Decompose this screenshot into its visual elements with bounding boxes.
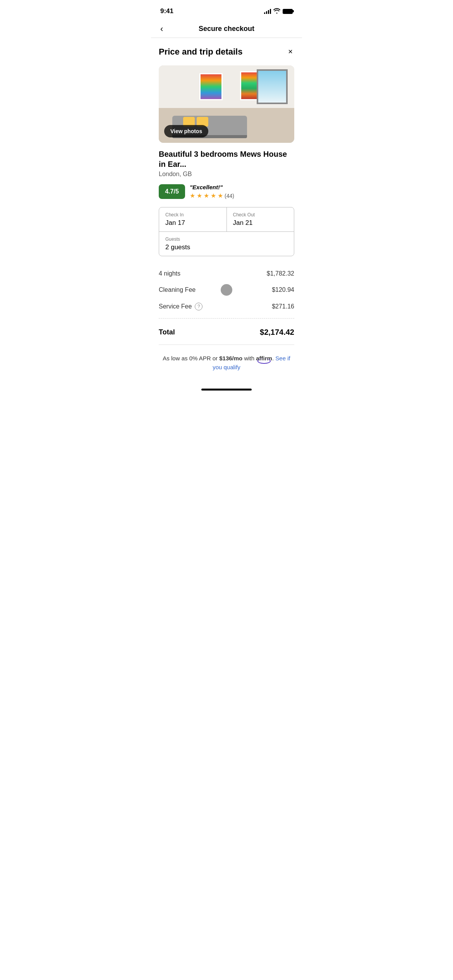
divider: [159, 318, 294, 319]
property-name: Beautiful 3 bedrooms Mews House in Ear..…: [159, 149, 294, 169]
service-fee-label: Service Fee ?: [159, 303, 202, 310]
affirm-section: As low as 0% APR or $136/mo with affirm.…: [159, 346, 294, 376]
affirm-brand: affirm: [256, 354, 272, 363]
property-image: View photos: [159, 65, 294, 143]
rating-detail: "Excellent!" ★ ★ ★ ★ ★ (44): [190, 184, 234, 199]
nights-label: 4 nights: [159, 270, 180, 277]
wifi-icon: [273, 8, 280, 15]
total-value: $2,174.42: [260, 328, 294, 337]
status-icons: [264, 8, 293, 15]
section-title: Price and trip details: [159, 47, 242, 57]
service-fee-row: Service Fee ? $271.16: [159, 298, 294, 315]
affirm-text2: with: [242, 355, 256, 362]
cleaning-fee-row: Cleaning Fee $120.94: [159, 282, 294, 298]
status-time: 9:41: [160, 7, 173, 15]
star-4: ★: [211, 192, 216, 199]
rating-row: 4.7/5 "Excellent!" ★ ★ ★ ★ ★ (44): [159, 184, 294, 199]
service-fee-value: $271.16: [272, 303, 294, 310]
home-indicator: [151, 384, 302, 394]
property-location: London, GB: [159, 171, 294, 178]
check-in-label: Check In: [165, 212, 220, 218]
header: ‹ Secure checkout: [151, 20, 302, 38]
signal-icon: [264, 9, 271, 14]
check-out-label: Check Out: [233, 212, 288, 218]
star-half: ★: [218, 192, 223, 199]
guests-value: 2 guests: [165, 243, 288, 251]
section-header: Price and trip details ×: [159, 46, 294, 58]
total-row: Total $2,174.42: [159, 322, 294, 343]
dates-box: Check In Jan 17 Check Out Jan 21 Guests …: [159, 207, 294, 256]
check-in-cell[interactable]: Check In Jan 17: [159, 207, 227, 231]
view-photos-button[interactable]: View photos: [164, 125, 208, 137]
cleaning-fee-container: Cleaning Fee $120.94: [159, 282, 294, 298]
dates-row: Check In Jan 17 Check Out Jan 21: [159, 207, 294, 232]
guests-row[interactable]: Guests 2 guests: [159, 232, 294, 256]
main-content: Price and trip details × View photos Bea…: [151, 38, 302, 384]
affirm-text1: As low as 0% APR or: [163, 355, 219, 362]
home-bar: [201, 389, 252, 391]
rating-label: "Excellent!": [190, 184, 234, 190]
artwork1: [199, 73, 223, 100]
star-2: ★: [197, 192, 202, 199]
rating-badge: 4.7/5: [159, 184, 185, 199]
cleaning-fee-label: Cleaning Fee: [159, 286, 196, 293]
battery-icon: [283, 9, 293, 14]
cleaning-fee-value: $120.94: [272, 286, 294, 293]
service-fee-info-icon[interactable]: ?: [195, 303, 202, 310]
nights-value: $1,782.32: [267, 270, 294, 277]
star-1: ★: [190, 192, 195, 199]
back-button[interactable]: ‹: [159, 22, 165, 36]
review-count: (44): [225, 193, 234, 199]
close-button[interactable]: ×: [287, 46, 294, 58]
nights-row: 4 nights $1,782.32: [159, 266, 294, 282]
check-out-cell[interactable]: Check Out Jan 21: [227, 207, 294, 231]
star-3: ★: [204, 192, 209, 199]
header-title: Secure checkout: [199, 25, 254, 33]
check-in-value: Jan 17: [165, 219, 220, 227]
total-label: Total: [159, 328, 175, 336]
stars-row: ★ ★ ★ ★ ★ (44): [190, 192, 234, 199]
guests-label: Guests: [165, 236, 288, 242]
status-bar: 9:41: [151, 0, 302, 20]
window: [257, 69, 288, 104]
check-out-value: Jan 21: [233, 219, 288, 227]
divider-solid: [159, 344, 294, 345]
affirm-amount: $136/mo: [219, 355, 242, 362]
